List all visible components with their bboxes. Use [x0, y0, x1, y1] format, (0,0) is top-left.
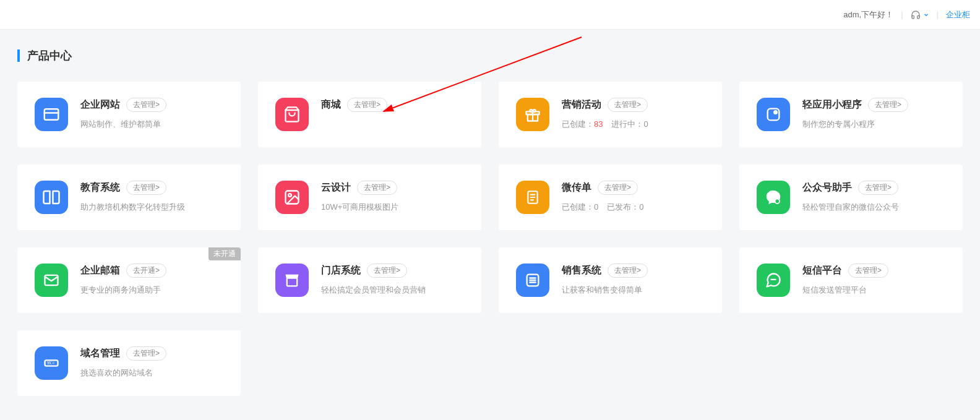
stat-label: 进行中： [611, 119, 643, 129]
product-card-wechat[interactable]: 公众号助手去管理>轻松管理自家的微信公众号 [739, 165, 963, 230]
enterprise-link[interactable]: 企业柜 [946, 9, 970, 20]
design-icon [275, 181, 309, 214]
stat-value: 0 [643, 119, 648, 129]
product-card-store[interactable]: 门店系统去管理>轻松搞定会员管理和会员营销 [258, 247, 481, 313]
product-card-domain[interactable]: W.=域名管理去管理>挑选喜欢的网站域名 [17, 330, 241, 396]
card-head: 商城去管理> [321, 98, 464, 112]
product-card-email[interactable]: 未开通企业邮箱去开通>更专业的商务沟通助手 [17, 247, 241, 313]
section-title: 产品中心 [17, 48, 963, 63]
card-title: 公众号助手 [802, 181, 852, 194]
card-title: 企业邮箱 [80, 264, 120, 277]
card-body: 微传单去管理>已创建：0已发布：0 [562, 181, 705, 213]
card-head: 短信平台去管理> [802, 264, 945, 278]
card-manage-button[interactable]: 去管理> [126, 346, 166, 361]
card-title: 门店系统 [321, 264, 361, 277]
card-head: 云设计去管理> [321, 181, 464, 195]
card-manage-button[interactable]: 去管理> [347, 98, 387, 112]
website-icon [35, 98, 68, 131]
card-head: 域名管理去管理> [80, 346, 223, 361]
card-head: 门店系统去管理> [321, 264, 464, 278]
card-body: 销售系统去管理>让获客和销售变得简单 [562, 264, 705, 296]
product-card-flyer[interactable]: 微传单去管理>已创建：0已发布：0 [499, 165, 722, 230]
card-description: 短信发送管理平台 [802, 284, 945, 296]
stat-label: 已创建： [562, 119, 594, 129]
card-body: 域名管理去管理>挑选喜欢的网站域名 [80, 346, 223, 379]
mall-icon [275, 98, 309, 131]
page-content: 产品中心 企业网站去管理>网站制作、维护都简单商城去管理>营销活动去管理>已创建… [0, 30, 980, 414]
card-stats: 已创建：0已发布：0 [562, 201, 705, 213]
support-icon[interactable] [911, 10, 929, 20]
card-title: 短信平台 [802, 264, 842, 277]
card-title: 微传单 [562, 181, 591, 194]
email-icon [35, 264, 68, 297]
card-title: 营销活动 [562, 98, 601, 111]
header: adm,下午好！ | | 企业柜 [0, 0, 980, 30]
card-title: 企业网站 [80, 98, 120, 111]
card-manage-button[interactable]: 去管理> [608, 98, 648, 112]
product-card-sales[interactable]: 销售系统去管理>让获客和销售变得简单 [499, 247, 722, 313]
stat-label: 已创建： [562, 202, 594, 212]
card-manage-button[interactable]: 去管理> [858, 181, 898, 195]
greeting-text: adm,下午好！ [843, 9, 893, 20]
card-body: 企业邮箱去开通>更专业的商务沟通助手 [80, 264, 223, 296]
card-manage-button[interactable]: 去管理> [848, 264, 888, 278]
card-manage-button[interactable]: 去管理> [126, 98, 166, 112]
card-head: 轻应用小程序去管理> [802, 98, 945, 112]
wechat-icon [757, 181, 790, 214]
domain-icon: W.= [35, 346, 68, 380]
product-card-design[interactable]: 云设计去管理>10W+可商用模板图片 [258, 165, 481, 230]
card-description: 挑选喜欢的网站域名 [80, 367, 223, 379]
product-card-edu[interactable]: 教育系统去管理>助力教培机构数字化转型升级 [17, 165, 241, 230]
sales-icon [516, 264, 549, 297]
card-description: 10W+可商用模板图片 [321, 201, 464, 213]
card-head: 营销活动去管理> [562, 98, 705, 112]
product-card-sms[interactable]: 短信平台去管理>短信发送管理平台 [739, 247, 963, 313]
section-bar [17, 49, 20, 62]
header-separator: | [937, 10, 939, 19]
svg-point-9 [288, 194, 291, 197]
edu-icon [35, 181, 68, 214]
card-body: 门店系统去管理>轻松搞定会员管理和会员营销 [321, 264, 464, 296]
card-body: 营销活动去管理>已创建：83进行中：0 [562, 98, 705, 131]
card-head: 教育系统去管理> [80, 181, 223, 195]
miniapp-icon [757, 98, 790, 131]
card-body: 教育系统去管理>助力教培机构数字化转型升级 [80, 181, 223, 213]
card-title: 域名管理 [80, 347, 120, 360]
stat-value: 83 [594, 119, 603, 129]
card-manage-button[interactable]: 去管理> [126, 181, 166, 195]
card-body: 公众号助手去管理>轻松管理自家的微信公众号 [802, 181, 945, 213]
card-description: 更专业的商务沟通助手 [80, 284, 223, 296]
card-title: 云设计 [321, 181, 351, 194]
card-manage-button[interactable]: 去管理> [608, 264, 648, 278]
card-manage-button[interactable]: 去管理> [868, 98, 908, 112]
stat-label: 已发布： [607, 202, 639, 212]
product-card-website[interactable]: 企业网站去管理>网站制作、维护都简单 [17, 82, 241, 147]
product-card-miniapp[interactable]: 轻应用小程序去管理>制作您的专属小程序 [739, 82, 963, 147]
card-description: 制作您的专属小程序 [802, 118, 945, 131]
svg-rect-16 [287, 278, 297, 286]
stat-value: 0 [594, 202, 598, 212]
svg-rect-6 [768, 109, 780, 121]
store-icon [275, 264, 309, 297]
card-body: 云设计去管理>10W+可商用模板图片 [321, 181, 464, 213]
card-description: 助力教培机构数字化转型升级 [80, 201, 223, 213]
card-title: 轻应用小程序 [802, 98, 862, 111]
stat-value: 0 [639, 202, 643, 212]
card-description: 让获客和销售变得简单 [562, 284, 705, 296]
card-manage-button[interactable]: 去开通> [126, 264, 166, 278]
card-manage-button[interactable]: 去管理> [357, 181, 397, 195]
card-head: 企业邮箱去开通> [80, 264, 223, 278]
card-body: 轻应用小程序去管理>制作您的专属小程序 [802, 98, 945, 131]
card-manage-button[interactable]: 去管理> [598, 181, 638, 195]
card-body: 企业网站去管理>网站制作、维护都简单 [80, 98, 223, 131]
card-description: 轻松搞定会员管理和会员营销 [321, 284, 464, 296]
svg-point-14 [775, 199, 780, 204]
product-card-mall[interactable]: 商城去管理> [258, 82, 481, 147]
section-title-text: 产品中心 [27, 48, 72, 63]
header-separator: | [901, 10, 903, 19]
card-head: 微传单去管理> [562, 181, 705, 195]
product-card-marketing[interactable]: 营销活动去管理>已创建：83进行中：0 [499, 82, 722, 147]
flyer-icon [516, 181, 549, 214]
card-head: 销售系统去管理> [562, 264, 705, 278]
card-manage-button[interactable]: 去管理> [367, 264, 407, 278]
